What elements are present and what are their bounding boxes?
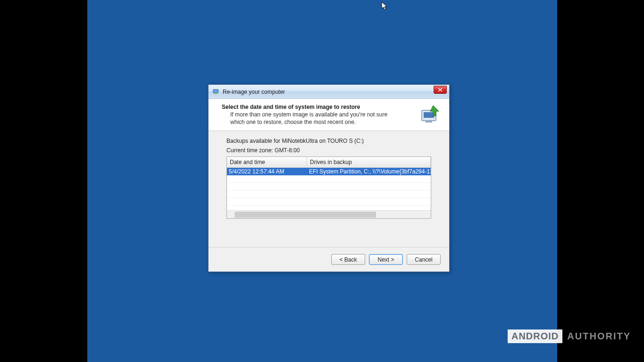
app-icon	[212, 88, 220, 96]
wizard-heading: Select the date and time of system image…	[222, 104, 414, 110]
wizard-footer: < Back Next > Cancel	[209, 247, 449, 272]
watermark: ANDROID AUTHORITY	[508, 329, 631, 343]
reimage-wizard-window: Re-image your computer Select the date a…	[208, 84, 450, 272]
table-row	[227, 175, 431, 183]
cell-datetime: 5/4/2022 12:57:44 AM	[227, 168, 307, 175]
svg-rect-1	[214, 93, 217, 94]
svg-rect-3	[424, 112, 434, 118]
watermark-brand: ANDROID	[508, 329, 562, 343]
backup-list[interactable]: Date and time Drives in backup 5/4/2022 …	[226, 156, 431, 219]
back-button[interactable]: < Back	[331, 254, 365, 265]
table-row[interactable]: 5/4/2022 12:57:44 AM EFI System Partitio…	[227, 168, 431, 175]
column-drives[interactable]: Drives in backup	[307, 157, 431, 167]
cancel-button[interactable]: Cancel	[407, 254, 441, 265]
watermark-suffix: AUTHORITY	[567, 331, 631, 342]
titlebar[interactable]: Re-image your computer	[209, 85, 449, 99]
cell-drives: EFI System Partition, C:, \\?\Volume{3bf…	[307, 168, 431, 175]
horizontal-scrollbar[interactable]	[227, 210, 431, 218]
window-title: Re-image your computer	[223, 89, 285, 95]
svg-rect-0	[213, 90, 218, 93]
backups-available-label: Backups available for MiNotebkUltra on T…	[226, 138, 431, 144]
wizard-subheading: If more than one system image is availab…	[222, 111, 401, 126]
wizard-header: Select the date and time of system image…	[209, 99, 449, 131]
restore-icon	[419, 104, 441, 125]
table-row	[227, 198, 431, 206]
table-row	[227, 190, 431, 198]
column-datetime[interactable]: Date and time	[227, 157, 307, 167]
scrollbar-thumb[interactable]	[234, 212, 376, 218]
next-button[interactable]: Next >	[369, 254, 403, 265]
timezone-label: Current time zone: GMT-8:00	[226, 147, 431, 154]
table-row	[227, 183, 431, 190]
table-header: Date and time Drives in backup	[227, 157, 431, 168]
wizard-body: Backups available for MiNotebkUltra on T…	[209, 131, 449, 247]
close-button[interactable]	[434, 86, 447, 94]
svg-rect-4	[426, 121, 432, 123]
